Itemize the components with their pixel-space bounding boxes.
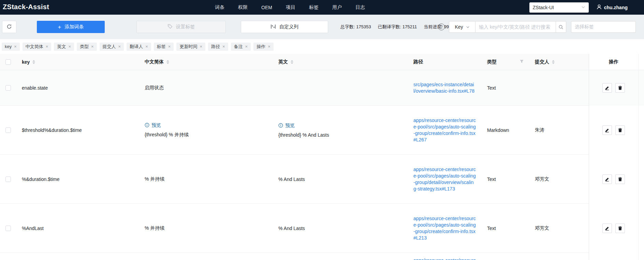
close-icon[interactable]: × bbox=[222, 44, 225, 49]
cell-actions bbox=[589, 204, 639, 253]
close-icon[interactable]: × bbox=[268, 44, 270, 49]
preview-link[interactable]: 预览 bbox=[145, 122, 161, 128]
cell-en: % And Lasts bbox=[273, 155, 408, 204]
refresh-button[interactable] bbox=[2, 21, 16, 33]
sort-asc-icon bbox=[291, 60, 293, 62]
chevron-down-icon bbox=[581, 5, 585, 10]
column-header-label: 中文简体 bbox=[145, 59, 164, 65]
scrollbar-gutter-line bbox=[638, 54, 639, 260]
nav-item-0[interactable]: 词条 bbox=[215, 4, 224, 11]
close-icon[interactable]: × bbox=[245, 44, 248, 49]
close-icon[interactable]: × bbox=[91, 44, 94, 49]
row-gutter-cell bbox=[639, 106, 644, 155]
project-select[interactable]: ZStack-UI bbox=[529, 2, 589, 13]
edit-button[interactable] bbox=[602, 83, 612, 93]
preview-label: 预览 bbox=[151, 122, 161, 128]
filter-tag-label: 中文简体 bbox=[26, 44, 43, 50]
cell-text: {threshold} % 并持续 bbox=[145, 132, 189, 138]
column-header-label: 操作 bbox=[609, 59, 618, 65]
row-checkbox[interactable] bbox=[5, 177, 11, 182]
path-link[interactable]: apps/resource-center/resource-pool/src/p… bbox=[413, 257, 476, 260]
close-icon[interactable]: × bbox=[168, 44, 171, 49]
help-icon[interactable]: ? bbox=[438, 24, 445, 30]
search-input[interactable] bbox=[475, 21, 556, 33]
row-checkbox[interactable] bbox=[5, 85, 11, 91]
add-entry-button[interactable]: + 添加词条 bbox=[37, 21, 105, 33]
stat-1: 已翻译字数: 175211 bbox=[378, 24, 417, 30]
tag-icon bbox=[167, 24, 173, 30]
column-header-label: 类型 bbox=[487, 59, 497, 65]
column-header-zh[interactable]: 中文简体 bbox=[139, 54, 273, 70]
cell-text: {threshold} % And Lasts bbox=[278, 132, 329, 138]
nav-item-5[interactable]: 用户 bbox=[332, 4, 342, 11]
cell-path: apps/resource-center/resource-pool/src/p… bbox=[408, 106, 482, 155]
close-icon[interactable]: × bbox=[14, 44, 17, 49]
preview-cell: 预览{threshold} % And Lasts bbox=[278, 123, 329, 138]
nav-item-1[interactable]: 权限 bbox=[238, 4, 248, 11]
delete-button[interactable] bbox=[615, 125, 625, 135]
nav-item-4[interactable]: 标签 bbox=[309, 4, 319, 11]
table-header-row: key中文简体英文路径类型提交人操作 bbox=[0, 54, 644, 70]
filter-tag-6: 标签× bbox=[154, 43, 174, 51]
row-gutter-cell bbox=[639, 204, 644, 253]
header-checkbox-cell bbox=[0, 54, 16, 70]
close-icon[interactable]: × bbox=[200, 44, 202, 49]
cell-key: enable.state bbox=[16, 70, 139, 106]
path-link[interactable]: apps/resource-center/resource-pool/src/p… bbox=[413, 166, 476, 192]
cell-zh: 预览{threshold} % 并持续 bbox=[139, 106, 273, 155]
cell-zh: % 并持续 bbox=[139, 204, 273, 253]
row-gutter-cell bbox=[639, 70, 644, 106]
delete-button[interactable] bbox=[615, 174, 625, 184]
custom-columns-label: 自定义列 bbox=[279, 24, 298, 30]
custom-columns-button[interactable]: 自定义列 bbox=[241, 21, 328, 33]
search-icon bbox=[558, 25, 564, 30]
sort-desc-icon bbox=[166, 62, 169, 64]
close-icon[interactable]: × bbox=[118, 44, 121, 49]
sort-icon[interactable] bbox=[552, 60, 555, 64]
path-link[interactable]: apps/resource-center/resource-pool/src/p… bbox=[413, 117, 476, 143]
cell-text: % And Lasts bbox=[278, 226, 305, 231]
project-select-value: ZStack-UI bbox=[533, 5, 554, 10]
close-icon[interactable]: × bbox=[46, 44, 48, 49]
edit-button[interactable] bbox=[602, 224, 612, 233]
row-checkbox[interactable] bbox=[5, 127, 11, 133]
row-checkbox[interactable] bbox=[5, 226, 11, 231]
app-logo: ZStack-Assist bbox=[3, 3, 49, 11]
edit-button[interactable] bbox=[602, 125, 612, 135]
search-group: Key bbox=[449, 21, 566, 33]
nav-item-2[interactable]: OEM bbox=[261, 5, 272, 10]
path-link[interactable]: apps/resource-center/resource-pool/src/p… bbox=[413, 215, 476, 241]
filter-tag-label: key bbox=[5, 44, 12, 49]
table-row: %&duration.$time% 并持续% And Lastsapps/res… bbox=[0, 155, 644, 204]
select-all-checkbox[interactable] bbox=[5, 59, 11, 65]
filter-funnel-icon[interactable] bbox=[519, 59, 524, 65]
nav-item-3[interactable]: 项目 bbox=[286, 4, 295, 11]
edit-button[interactable] bbox=[602, 174, 612, 184]
column-header-key[interactable]: key bbox=[16, 54, 139, 70]
tag-select-input[interactable]: 选择标签 bbox=[571, 21, 636, 33]
preview-link[interactable]: 预览 bbox=[278, 123, 295, 129]
column-header-submitter[interactable]: 提交人 bbox=[529, 54, 589, 70]
sort-icon[interactable] bbox=[32, 60, 35, 64]
close-icon[interactable]: × bbox=[68, 44, 71, 49]
cell-submitter: 朱涛 bbox=[529, 106, 589, 155]
column-header-en[interactable]: 英文 bbox=[273, 54, 408, 70]
user-menu[interactable]: chu.zhang bbox=[596, 4, 628, 11]
set-tag-button[interactable]: 设置标签 bbox=[136, 21, 226, 33]
column-header-label: 路径 bbox=[413, 59, 423, 65]
nav-item-6[interactable]: 日志 bbox=[355, 4, 365, 11]
close-icon[interactable]: × bbox=[145, 44, 148, 49]
path-link[interactable]: src/pages/ecs-instance/detail/overview/b… bbox=[413, 81, 476, 94]
sort-icon[interactable] bbox=[291, 60, 293, 64]
user-icon bbox=[596, 4, 602, 11]
table-row: %AndLast% 并持续% And Lastsapps/resource-ce… bbox=[0, 204, 644, 253]
search-field-select[interactable]: Key bbox=[449, 21, 475, 33]
column-header-type[interactable]: 类型 bbox=[482, 54, 529, 70]
delete-button[interactable] bbox=[615, 83, 625, 93]
search-button[interactable] bbox=[556, 21, 566, 33]
filter-tag-7: 更新时间× bbox=[176, 43, 205, 51]
delete-button[interactable] bbox=[615, 224, 625, 233]
stat-0: 总字数: 175353 bbox=[340, 24, 371, 30]
sort-icon[interactable] bbox=[166, 60, 169, 64]
cell-zh: % 并持续 bbox=[139, 155, 273, 204]
